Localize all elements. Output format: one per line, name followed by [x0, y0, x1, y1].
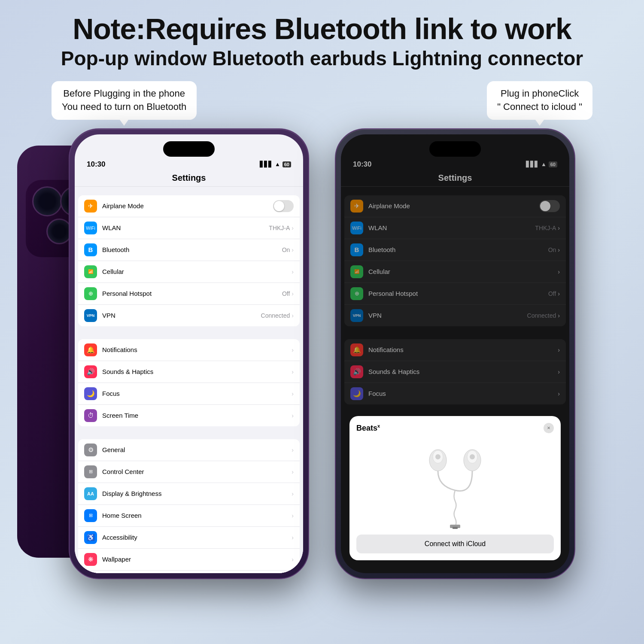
settings-header-left: Settings: [75, 172, 303, 187]
popup-close-button[interactable]: ×: [544, 423, 554, 433]
airplane-label-left: Airplane Mode: [102, 202, 273, 210]
earbuds-svg: [395, 439, 515, 529]
homescreen-label-left: Home Screen: [102, 512, 292, 519]
phone-screen-inner-right: 10:30 ▋▋▋ ▲ 60 Settings Settings ✈: [341, 134, 569, 573]
settings-section-2-left: 🔔 Notifications › 🔊 Sounds & Haptics › 🌙…: [78, 339, 300, 426]
hotspot-icon-left: ⊕: [84, 287, 97, 300]
bluetooth-chevron-left: ›: [292, 246, 294, 253]
sounds-icon-left: 🔊: [84, 365, 97, 378]
display-chevron-left: ›: [292, 490, 294, 497]
popup-connect-button[interactable]: Connect with iCloud: [356, 535, 554, 553]
settings-row-cellular-left[interactable]: 📶 Cellular ›: [78, 261, 300, 283]
homescreen-chevron-left: ›: [292, 512, 294, 519]
accessibility-label-left: Accessibility: [102, 534, 292, 541]
screentime-icon-left: ⏱: [84, 409, 97, 422]
settings-row-hotspot-left[interactable]: ⊕ Personal Hotspot Off ›: [78, 283, 300, 305]
focus-icon-left: 🌙: [84, 387, 97, 400]
vpn-value-left: Connected: [261, 312, 290, 319]
hotspot-chevron-left: ›: [292, 290, 294, 297]
wlan-chevron-left: ›: [292, 225, 294, 231]
callout-left: Before Plugging in the phoneYou need to …: [52, 81, 197, 120]
settings-row-screentime-left[interactable]: ⏱ Screen Time ›: [78, 405, 300, 426]
settings-row-controlcenter-left[interactable]: ⊞ Control Center ›: [78, 461, 300, 483]
bluetooth-label-left: Bluetooth: [102, 246, 282, 253]
wallpaper-chevron-left: ›: [292, 556, 294, 563]
popup-title: Beatsx: [356, 423, 380, 433]
status-icons-left: ▋▋▋ ▲ 60: [260, 161, 291, 167]
section-pad-3: [78, 431, 300, 435]
accessibility-icon-left: ♿: [84, 531, 97, 544]
wlan-icon-left: WiFi: [84, 222, 97, 234]
screentime-chevron-left: ›: [292, 412, 294, 419]
bluetooth-icon-left: B: [84, 243, 97, 256]
wallpaper-icon-left: ❋: [84, 553, 97, 566]
accessibility-chevron-left: ›: [292, 534, 294, 541]
general-icon-left: ⚙: [84, 444, 97, 456]
general-label-left: General: [102, 446, 292, 453]
settings-row-notifications-left[interactable]: 🔔 Notifications ›: [78, 339, 300, 361]
settings-row-homescreen-left[interactable]: ⊞ Home Screen ›: [78, 505, 300, 527]
settings-row-siri-left[interactable]: ◉ Siri & Search ›: [78, 571, 300, 573]
settings-row-display-left[interactable]: AA Display & Brightness ›: [78, 483, 300, 505]
svg-rect-7: [453, 527, 458, 529]
controlcenter-icon-left: ⊞: [84, 465, 97, 478]
vpn-chevron-left: ›: [292, 312, 294, 319]
svg-point-5: [470, 454, 475, 459]
popup-card: Beatsx ×: [349, 416, 561, 560]
notifications-chevron-left: ›: [292, 346, 294, 353]
wallpaper-label-left: Wallpaper: [102, 556, 292, 563]
camera-lens-3: [46, 219, 72, 244]
settings-list-left: ✈ Airplane Mode WiFi WLAN THKJ-A › B: [75, 187, 303, 573]
header-title: Note:Requires Bluetooth link to work: [17, 13, 627, 45]
phone-screen-outer-left: 10:30 ▋▋▋ ▲ 60 Settings ✈ Airplane Mode: [69, 128, 309, 579]
wlan-label-left: WLAN: [102, 224, 269, 231]
focus-chevron-left: ›: [292, 390, 294, 397]
vpn-icon-left: VPN: [84, 309, 97, 322]
controlcenter-label-left: Control Center: [102, 468, 292, 475]
settings-row-focus-left[interactable]: 🌙 Focus ›: [78, 383, 300, 405]
cellular-chevron-left: ›: [292, 268, 294, 275]
sounds-chevron-left: ›: [292, 368, 294, 375]
section-pad: [78, 187, 300, 191]
homescreen-icon-left: ⊞: [84, 509, 97, 522]
bluetooth-value-left: On: [282, 246, 290, 253]
notifications-icon-left: 🔔: [84, 343, 97, 356]
controlcenter-chevron-left: ›: [292, 468, 294, 475]
screentime-label-left: Screen Time: [102, 412, 292, 419]
hotspot-value-left: Off: [282, 290, 290, 297]
airplane-toggle-left[interactable]: [273, 200, 294, 212]
popup-title-sup: x: [377, 423, 380, 428]
phone-right: 10:30 ▋▋▋ ▲ 60 Settings Settings ✈: [335, 128, 575, 579]
settings-row-wlan-left[interactable]: WiFi WLAN THKJ-A ›: [78, 217, 300, 239]
display-icon-left: AA: [84, 487, 97, 500]
settings-row-airplane-left[interactable]: ✈ Airplane Mode: [78, 195, 300, 217]
settings-row-general-left[interactable]: ⚙ General ›: [78, 439, 300, 461]
settings-section-3-left: ⚙ General › ⊞ Control Center › AA Displa…: [78, 439, 300, 573]
phone-left: 10:30 ▋▋▋ ▲ 60 Settings ✈ Airplane Mode: [69, 128, 309, 579]
settings-row-bluetooth-left[interactable]: B Bluetooth On ›: [78, 239, 300, 261]
camera-lens-1: [32, 186, 62, 216]
focus-label-left: Focus: [102, 390, 292, 397]
header-area: Note:Requires Bluetooth link to work Pop…: [0, 0, 644, 77]
popup-earbuds-image: [356, 437, 554, 531]
settings-row-sounds-left[interactable]: 🔊 Sounds & Haptics ›: [78, 361, 300, 383]
wlan-value-left: THKJ-A: [269, 225, 290, 231]
phone-screen-inner-left: 10:30 ▋▋▋ ▲ 60 Settings ✈ Airplane Mode: [75, 134, 303, 573]
hotspot-label-left: Personal Hotspot: [102, 290, 282, 297]
vpn-label-left: VPN: [102, 312, 261, 319]
popup-header: Beatsx ×: [356, 423, 554, 433]
callout-right: Plug in phoneClick" Connect to icloud ": [487, 81, 592, 120]
dynamic-island-left: [163, 141, 215, 157]
settings-section-1-left: ✈ Airplane Mode WiFi WLAN THKJ-A › B: [78, 195, 300, 326]
header-subtitle: Pop-up window Bluetooth earbuds Lightnin…: [17, 47, 627, 70]
settings-row-vpn-left[interactable]: VPN VPN Connected ›: [78, 305, 300, 326]
notifications-label-left: Notifications: [102, 346, 292, 353]
settings-row-wallpaper-left[interactable]: ❋ Wallpaper ›: [78, 549, 300, 571]
settings-row-accessibility-left[interactable]: ♿ Accessibility ›: [78, 527, 300, 549]
general-chevron-left: ›: [292, 447, 294, 453]
phones-row: 10:30 ▋▋▋ ▲ 60 Settings ✈ Airplane Mode: [0, 128, 644, 579]
callouts-row: Before Plugging in the phoneYou need to …: [0, 77, 644, 124]
display-label-left: Display & Brightness: [102, 490, 292, 497]
section-pad-2: [78, 331, 300, 335]
status-time-left: 10:30: [87, 160, 105, 169]
